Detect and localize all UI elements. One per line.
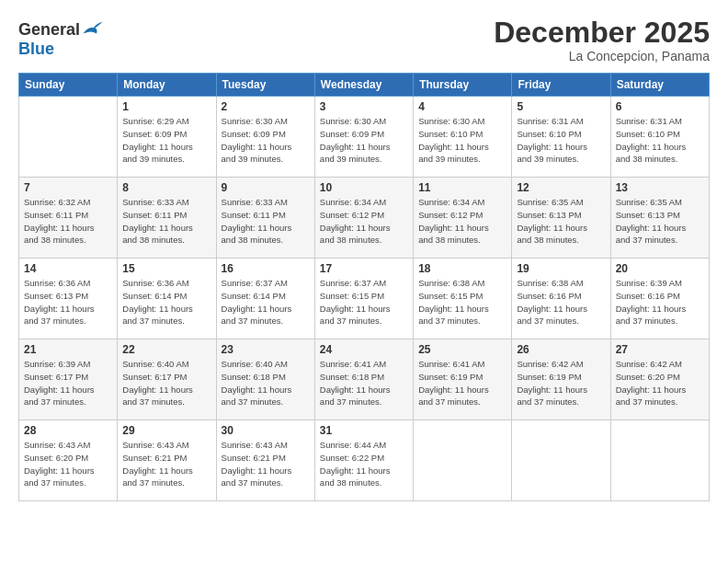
calendar-cell: 10Sunrise: 6:34 AM Sunset: 6:12 PM Dayli… bbox=[314, 178, 413, 259]
day-info: Sunrise: 6:38 AM Sunset: 6:15 PM Dayligh… bbox=[418, 277, 506, 327]
day-info: Sunrise: 6:43 AM Sunset: 6:20 PM Dayligh… bbox=[24, 439, 112, 489]
day-info: Sunrise: 6:42 AM Sunset: 6:20 PM Dayligh… bbox=[616, 358, 704, 408]
week-row-4: 21Sunrise: 6:39 AM Sunset: 6:17 PM Dayli… bbox=[19, 339, 710, 420]
day-header-friday: Friday bbox=[512, 74, 610, 97]
calendar-cell bbox=[512, 420, 610, 501]
calendar-cell: 12Sunrise: 6:35 AM Sunset: 6:13 PM Dayli… bbox=[512, 178, 610, 259]
day-info: Sunrise: 6:31 AM Sunset: 6:10 PM Dayligh… bbox=[517, 115, 605, 166]
calendar-cell: 28Sunrise: 6:43 AM Sunset: 6:20 PM Dayli… bbox=[19, 420, 118, 501]
calendar-cell: 9Sunrise: 6:33 AM Sunset: 6:11 PM Daylig… bbox=[216, 178, 314, 259]
day-info: Sunrise: 6:39 AM Sunset: 6:17 PM Dayligh… bbox=[24, 358, 112, 408]
day-info: Sunrise: 6:30 AM Sunset: 6:10 PM Dayligh… bbox=[418, 115, 506, 166]
calendar-cell: 4Sunrise: 6:30 AM Sunset: 6:10 PM Daylig… bbox=[414, 97, 512, 178]
calendar-cell: 2Sunrise: 6:30 AM Sunset: 6:09 PM Daylig… bbox=[216, 97, 314, 178]
header: General Blue December 2025 La Concepcion… bbox=[18, 17, 710, 63]
logo-general: General bbox=[18, 20, 80, 40]
day-info: Sunrise: 6:33 AM Sunset: 6:11 PM Dayligh… bbox=[122, 196, 210, 247]
day-info: Sunrise: 6:44 AM Sunset: 6:22 PM Dayligh… bbox=[320, 439, 408, 489]
day-header-saturday: Saturday bbox=[610, 74, 709, 97]
logo: General Blue bbox=[18, 17, 104, 59]
day-info: Sunrise: 6:35 AM Sunset: 6:13 PM Dayligh… bbox=[616, 196, 704, 247]
day-info: Sunrise: 6:35 AM Sunset: 6:13 PM Dayligh… bbox=[517, 196, 605, 247]
calendar-cell: 25Sunrise: 6:41 AM Sunset: 6:19 PM Dayli… bbox=[414, 339, 512, 420]
day-number: 27 bbox=[616, 343, 704, 356]
day-info: Sunrise: 6:31 AM Sunset: 6:10 PM Dayligh… bbox=[616, 115, 704, 166]
calendar-cell: 30Sunrise: 6:43 AM Sunset: 6:21 PM Dayli… bbox=[216, 420, 314, 501]
day-number: 24 bbox=[320, 343, 408, 356]
calendar-cell: 7Sunrise: 6:32 AM Sunset: 6:11 PM Daylig… bbox=[19, 178, 118, 259]
day-number: 28 bbox=[24, 424, 112, 437]
day-info: Sunrise: 6:30 AM Sunset: 6:09 PM Dayligh… bbox=[320, 115, 408, 166]
day-number: 20 bbox=[616, 262, 704, 275]
day-header-thursday: Thursday bbox=[414, 74, 512, 97]
calendar-cell: 26Sunrise: 6:42 AM Sunset: 6:19 PM Dayli… bbox=[512, 339, 610, 420]
calendar-cell bbox=[414, 420, 512, 501]
day-number: 21 bbox=[24, 343, 112, 356]
day-number: 7 bbox=[24, 181, 112, 194]
calendar-cell bbox=[19, 97, 118, 178]
day-header-wednesday: Wednesday bbox=[314, 74, 413, 97]
page: General Blue December 2025 La Concepcion… bbox=[0, 0, 728, 563]
calendar-cell: 3Sunrise: 6:30 AM Sunset: 6:09 PM Daylig… bbox=[314, 97, 413, 178]
day-number: 10 bbox=[320, 181, 408, 194]
calendar-cell: 1Sunrise: 6:29 AM Sunset: 6:09 PM Daylig… bbox=[118, 97, 216, 178]
day-number: 30 bbox=[222, 424, 310, 437]
day-number: 29 bbox=[122, 424, 210, 437]
week-row-3: 14Sunrise: 6:36 AM Sunset: 6:13 PM Dayli… bbox=[19, 259, 710, 339]
day-number: 17 bbox=[320, 262, 408, 275]
day-header-monday: Monday bbox=[118, 74, 216, 97]
day-info: Sunrise: 6:38 AM Sunset: 6:16 PM Dayligh… bbox=[517, 277, 605, 327]
calendar-cell: 21Sunrise: 6:39 AM Sunset: 6:17 PM Dayli… bbox=[19, 339, 118, 420]
day-number: 11 bbox=[418, 181, 506, 194]
calendar-cell: 6Sunrise: 6:31 AM Sunset: 6:10 PM Daylig… bbox=[610, 97, 709, 178]
title-block: December 2025 La Concepcion, Panama bbox=[494, 17, 710, 63]
calendar-cell: 19Sunrise: 6:38 AM Sunset: 6:16 PM Dayli… bbox=[512, 259, 610, 339]
day-info: Sunrise: 6:40 AM Sunset: 6:18 PM Dayligh… bbox=[222, 358, 310, 408]
day-info: Sunrise: 6:39 AM Sunset: 6:16 PM Dayligh… bbox=[616, 277, 704, 327]
day-info: Sunrise: 6:32 AM Sunset: 6:11 PM Dayligh… bbox=[24, 196, 112, 247]
calendar-cell: 16Sunrise: 6:37 AM Sunset: 6:14 PM Dayli… bbox=[216, 259, 314, 339]
day-number: 2 bbox=[222, 100, 310, 113]
day-header-sunday: Sunday bbox=[19, 74, 118, 97]
day-info: Sunrise: 6:36 AM Sunset: 6:14 PM Dayligh… bbox=[122, 277, 210, 327]
day-info: Sunrise: 6:34 AM Sunset: 6:12 PM Dayligh… bbox=[320, 196, 408, 247]
day-number: 23 bbox=[222, 343, 310, 356]
logo-bird-icon bbox=[82, 19, 104, 38]
day-number: 6 bbox=[616, 100, 704, 113]
week-row-1: 1Sunrise: 6:29 AM Sunset: 6:09 PM Daylig… bbox=[19, 97, 710, 178]
day-info: Sunrise: 6:29 AM Sunset: 6:09 PM Dayligh… bbox=[122, 115, 210, 166]
day-number: 31 bbox=[320, 424, 408, 437]
calendar-cell bbox=[610, 420, 709, 501]
day-number: 3 bbox=[320, 100, 408, 113]
calendar-cell: 29Sunrise: 6:43 AM Sunset: 6:21 PM Dayli… bbox=[118, 420, 216, 501]
day-header-tuesday: Tuesday bbox=[216, 74, 314, 97]
day-number: 25 bbox=[418, 343, 506, 356]
day-number: 8 bbox=[122, 181, 210, 194]
day-number: 22 bbox=[122, 343, 210, 356]
week-row-5: 28Sunrise: 6:43 AM Sunset: 6:20 PM Dayli… bbox=[19, 420, 710, 501]
calendar-cell: 8Sunrise: 6:33 AM Sunset: 6:11 PM Daylig… bbox=[118, 178, 216, 259]
calendar-table: SundayMondayTuesdayWednesdayThursdayFrid… bbox=[18, 73, 710, 501]
calendar-cell: 14Sunrise: 6:36 AM Sunset: 6:13 PM Dayli… bbox=[19, 259, 118, 339]
day-number: 26 bbox=[517, 343, 605, 356]
day-info: Sunrise: 6:41 AM Sunset: 6:19 PM Dayligh… bbox=[418, 358, 506, 408]
header-row: SundayMondayTuesdayWednesdayThursdayFrid… bbox=[19, 74, 710, 97]
day-info: Sunrise: 6:43 AM Sunset: 6:21 PM Dayligh… bbox=[122, 439, 210, 489]
day-number: 16 bbox=[222, 262, 310, 275]
calendar-cell: 17Sunrise: 6:37 AM Sunset: 6:15 PM Dayli… bbox=[314, 259, 413, 339]
calendar-cell: 13Sunrise: 6:35 AM Sunset: 6:13 PM Dayli… bbox=[610, 178, 709, 259]
calendar-cell: 11Sunrise: 6:34 AM Sunset: 6:12 PM Dayli… bbox=[414, 178, 512, 259]
day-info: Sunrise: 6:33 AM Sunset: 6:11 PM Dayligh… bbox=[222, 196, 310, 247]
day-number: 12 bbox=[517, 181, 605, 194]
calendar-cell: 22Sunrise: 6:40 AM Sunset: 6:17 PM Dayli… bbox=[118, 339, 216, 420]
calendar-cell: 5Sunrise: 6:31 AM Sunset: 6:10 PM Daylig… bbox=[512, 97, 610, 178]
day-info: Sunrise: 6:37 AM Sunset: 6:15 PM Dayligh… bbox=[320, 277, 408, 327]
day-number: 19 bbox=[517, 262, 605, 275]
location: La Concepcion, Panama bbox=[494, 49, 710, 63]
month-title: December 2025 bbox=[494, 17, 710, 49]
day-number: 13 bbox=[616, 181, 704, 194]
day-info: Sunrise: 6:43 AM Sunset: 6:21 PM Dayligh… bbox=[222, 439, 310, 489]
day-info: Sunrise: 6:41 AM Sunset: 6:18 PM Dayligh… bbox=[320, 358, 408, 408]
day-number: 14 bbox=[24, 262, 112, 275]
calendar-cell: 27Sunrise: 6:42 AM Sunset: 6:20 PM Dayli… bbox=[610, 339, 709, 420]
